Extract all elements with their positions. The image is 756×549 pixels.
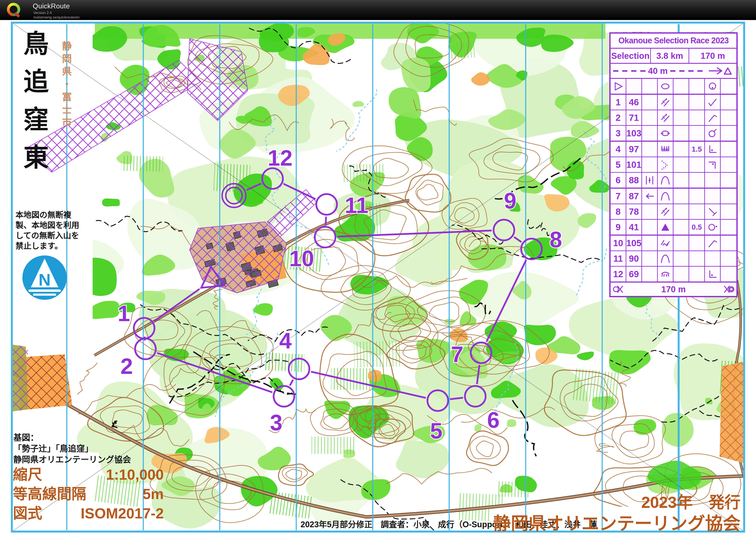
cd-col-H [721, 126, 736, 141]
symbol-earth-bank [660, 144, 671, 155]
cd-col-B: 103 [626, 126, 642, 141]
cd-col-D [658, 142, 673, 157]
cd-col-G [705, 236, 721, 251]
symbol-earthwall-broken [660, 238, 671, 249]
start-distance-row: 40 m [611, 64, 736, 79]
cd-col-A: 11 [611, 251, 626, 266]
cd-col-B: 46 [626, 95, 642, 110]
cd-col-E [673, 79, 689, 94]
cd-col-A: 2 [611, 110, 626, 125]
control-number-9: 9 [504, 188, 516, 213]
cd-col-F [689, 110, 705, 125]
control-row-8: 878 [611, 204, 736, 220]
cd-col-E [673, 173, 689, 188]
symbol-oval [660, 81, 671, 92]
cd-col-A: 3 [611, 126, 626, 141]
north-letter: N [39, 270, 51, 290]
cd-col-C [642, 157, 658, 172]
cd-col-C [642, 189, 658, 204]
quickroute-logo-icon [7, 3, 20, 16]
base-note-line3: 静岡県オリエンテーリング協会 [13, 454, 131, 465]
cd-col-A [611, 79, 626, 94]
cd-col-E [673, 95, 689, 110]
cd-col-F [689, 267, 705, 281]
symbol-corner-dot [707, 269, 718, 279]
map-spec-label: 図式 [13, 504, 42, 523]
cd-col-D [658, 79, 673, 94]
cd-col-E [673, 204, 689, 219]
cd-col-B: 41 [626, 220, 642, 235]
control-row-2: 271 [611, 110, 736, 126]
cd-col-E [673, 142, 689, 157]
cd-col-B: 97 [626, 142, 642, 157]
control-number-10: 10 [289, 246, 314, 271]
base-note-line1: 基図： [13, 432, 131, 443]
finish-distance-row: 170 m [611, 282, 736, 296]
cd-col-H [721, 157, 736, 172]
north-wave-1 [28, 289, 61, 292]
cd-col-E [673, 126, 689, 141]
taped-route-from-control-icon [613, 284, 624, 294]
cd-col-G [705, 142, 721, 157]
cd-col-C [642, 95, 658, 110]
cd-col-C [642, 220, 658, 235]
cd-col-B: 101 [626, 157, 642, 172]
cd-col-D [658, 110, 673, 125]
course-name: Selection [611, 49, 651, 63]
course-length: 3.8 km [651, 49, 689, 63]
symbol-line-t-cap [707, 206, 718, 217]
cd-col-D [658, 267, 673, 281]
app-header: QuickRoute Version 2.4 matstroeng.se/qui… [0, 0, 756, 20]
cd-col-C [642, 110, 658, 125]
cd-col-H [721, 236, 736, 251]
cd-col-D [658, 204, 673, 219]
cd-col-F [689, 236, 705, 251]
cd-col-A: 9 [611, 220, 626, 235]
map-title-vertical: 鳥追窪東 [21, 30, 46, 182]
cd-col-G [705, 173, 721, 188]
cd-col-C [642, 236, 658, 251]
symbol-circle-tail [707, 128, 718, 139]
cd-col-E [673, 157, 689, 172]
base-note-line2: 「勢子辻」「鳥追窪」 [13, 443, 131, 454]
symbol-veg-boundary [660, 206, 671, 217]
control-row-1: 146 [611, 95, 736, 110]
app-title: QuickRoute [33, 2, 70, 10]
cd-col-B: 69 [626, 267, 642, 281]
control-row-9: 9410.5 [611, 220, 736, 236]
cd-col-D [658, 126, 673, 141]
cd-col-B: 71 [626, 110, 642, 125]
cd-col-B: 87 [626, 189, 642, 204]
control-row-6: 688 [611, 173, 736, 189]
symbol-gully-dots [660, 159, 671, 170]
start-description-row [611, 79, 736, 95]
symbol-hill [660, 175, 671, 186]
cd-col-E [673, 251, 689, 266]
north-wave-2 [33, 293, 56, 296]
cd-col-H [721, 204, 736, 219]
control-row-12: 1269 [611, 267, 736, 282]
cd-col-G [705, 79, 721, 94]
course-info-row: Selection 3.8 km 170 m [611, 49, 736, 64]
finish-distance-value: 170 m [661, 284, 686, 294]
cd-col-E [673, 267, 689, 281]
cd-col-C [642, 173, 658, 188]
cd-col-E [673, 220, 689, 235]
control-number-12: 12 [268, 145, 293, 170]
cd-col-C [642, 267, 658, 281]
scale-value: 1:10,000 [106, 465, 164, 484]
control-number-4: 4 [279, 328, 292, 353]
base-map-note: 基図： 「勢子辻」「鳥追窪」 静岡県オリエンテーリング協会 [13, 432, 131, 465]
control-number-3: 3 [270, 410, 282, 435]
cd-col-G [705, 189, 721, 204]
course-climb: 170 m [689, 49, 736, 63]
control-number-2: 2 [120, 354, 133, 379]
symbol-broken-ground [660, 269, 671, 279]
symbol-arrow-left [644, 191, 655, 202]
cd-col-G [705, 157, 721, 172]
symbol-start-triangle [613, 81, 624, 92]
scale-label: 縮尺 [13, 465, 42, 484]
arrow-to-start-icon [708, 65, 734, 77]
cd-col-E [673, 236, 689, 251]
cd-col-H [721, 173, 736, 188]
